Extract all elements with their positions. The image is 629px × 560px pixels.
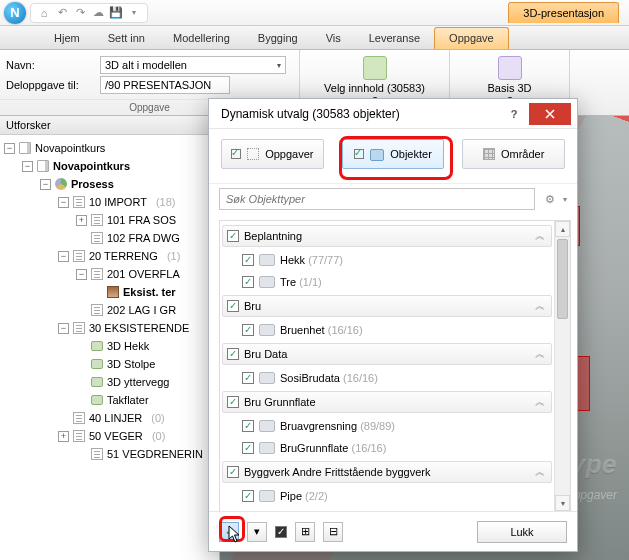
check-icon <box>354 149 364 159</box>
chevron-up-icon[interactable]: ︽ <box>533 465 547 479</box>
item-bruavgrensning[interactable]: ✓ Bruavgrensning (89/89) <box>222 415 552 437</box>
tree-3d-stolpe[interactable]: 3D Stolpe <box>107 355 155 373</box>
chevron-up-icon[interactable]: ︽ <box>533 347 547 361</box>
checkbox[interactable]: ✓ <box>227 348 239 360</box>
mode-omrader-button[interactable]: Områder <box>462 139 565 169</box>
chevron-up-icon[interactable]: ︽ <box>533 395 547 409</box>
item-tre[interactable]: ✓ Tre (1/1) <box>222 271 552 293</box>
tree-prosess[interactable]: Prosess <box>71 175 114 193</box>
tree-201[interactable]: 201 OVERFLA <box>107 265 180 283</box>
checkbox[interactable]: ✓ <box>242 490 254 502</box>
tree-202[interactable]: 202 LAG I GR <box>107 301 176 319</box>
collapse-icon[interactable]: − <box>58 197 69 208</box>
qat-dropdown-icon[interactable]: ▾ <box>127 6 141 20</box>
tree-takflater[interactable]: Takflater <box>107 391 149 409</box>
chevron-up-icon[interactable]: ︽ <box>533 229 547 243</box>
checkbox[interactable]: ✓ <box>242 324 254 336</box>
toggle-unknown-button[interactable]: ▾ <box>247 522 267 542</box>
save-icon[interactable]: 💾 <box>109 6 123 20</box>
tab-oppgave[interactable]: Oppgave <box>434 27 509 49</box>
collapse-icon[interactable]: − <box>58 323 69 334</box>
scrollbar-vertical[interactable]: ▴ ▾ <box>554 221 570 511</box>
collapse-icon[interactable]: − <box>22 161 33 172</box>
scroll-up-button[interactable]: ▴ <box>555 221 570 237</box>
tree-root[interactable]: Novapointkurs <box>35 139 105 157</box>
group-beplantning[interactable]: ✓ Beplantning ︽ <box>222 225 552 247</box>
group-byggverk[interactable]: ✓ Byggverk Andre Frittstående byggverk ︽ <box>222 461 552 483</box>
item-brugrunnflate[interactable]: ✓ BruGrunnflate (16/16) <box>222 437 552 459</box>
collapse-icon[interactable]: − <box>76 269 87 280</box>
scroll-down-button[interactable]: ▾ <box>555 495 570 511</box>
filled-checkbox[interactable]: ✓ <box>275 526 287 538</box>
list-scroll-area[interactable]: ✓ Beplantning ︽ ✓ Hekk (77/77) ✓ Tre (1/… <box>220 221 554 511</box>
name-field[interactable]: 3D alt i modellen ▾ <box>100 56 286 74</box>
close-dialog-button[interactable]: Lukk <box>477 521 567 543</box>
help-button[interactable]: ? <box>503 108 525 120</box>
tree-10-import[interactable]: 10 IMPORT <box>89 193 147 211</box>
tree-30-eksisterende[interactable]: 30 EKSISTERENDE <box>89 319 189 337</box>
group-bru[interactable]: ✓ Bru ︽ <box>222 295 552 317</box>
tab-hjem[interactable]: Hjem <box>40 28 94 49</box>
chevron-down-icon[interactable]: ▾ <box>563 195 567 204</box>
database-icon <box>259 324 275 336</box>
tree-50-veger[interactable]: 50 VEGER <box>89 427 143 445</box>
expand-icon[interactable]: + <box>76 215 87 226</box>
group-brudata[interactable]: ✓ Bru Data ︽ <box>222 343 552 365</box>
collapse-icon[interactable]: − <box>40 179 51 190</box>
chevron-down-icon[interactable]: ▾ <box>277 61 281 70</box>
back-icon[interactable]: ↶ <box>55 6 69 20</box>
chevron-up-icon[interactable]: ︽ <box>533 299 547 313</box>
tree-3d-yttervegg[interactable]: 3D yttervegg <box>107 373 169 391</box>
checkbox[interactable]: ✓ <box>242 372 254 384</box>
tree-102[interactable]: 102 FRA DWG <box>107 229 180 247</box>
collapse-all-button[interactable]: ⊟ <box>323 522 343 542</box>
item-bruenhet[interactable]: ✓ Bruenhet (16/16) <box>222 319 552 341</box>
tab-settinn[interactable]: Sett inn <box>94 28 159 49</box>
tree-51-vegdrenerin[interactable]: 51 VEGDRENERIN <box>107 445 203 463</box>
search-input[interactable] <box>219 188 535 210</box>
home-icon[interactable]: ⌂ <box>37 6 51 20</box>
close-button[interactable] <box>529 103 571 125</box>
gear-icon[interactable]: ⚙ <box>541 190 559 208</box>
grid-icon <box>483 148 495 160</box>
forward-icon[interactable]: ↷ <box>73 6 87 20</box>
item-pipe[interactable]: ✓ Pipe (2/2) <box>222 485 552 507</box>
expand-all-button[interactable]: ⊞ <box>295 522 315 542</box>
tree-3d-hekk[interactable]: 3D Hekk <box>107 337 149 355</box>
tree-40-linjer[interactable]: 40 LINJER <box>89 409 142 427</box>
tab-bygging[interactable]: Bygging <box>244 28 312 49</box>
tree-eksist-ter[interactable]: Eksist. ter <box>123 283 176 301</box>
context-tab-3d[interactable]: 3D-presentasjon <box>508 2 619 23</box>
mode-objekter-button[interactable]: Objekter <box>342 139 445 169</box>
object-type-list: ✓ Beplantning ︽ ✓ Hekk (77/77) ✓ Tre (1/… <box>219 220 571 512</box>
cloud-icon[interactable]: ☁ <box>91 6 105 20</box>
tab-leveranse[interactable]: Leveranse <box>355 28 434 49</box>
checkbox[interactable]: ✓ <box>227 466 239 478</box>
item-count: (89/89) <box>360 420 395 432</box>
item-hekk[interactable]: ✓ Hekk (77/77) <box>222 249 552 271</box>
scroll-thumb[interactable] <box>557 239 568 319</box>
tree-20-terreng[interactable]: 20 TERRENG <box>89 247 158 265</box>
checkbox[interactable]: ✓ <box>227 396 239 408</box>
ribbon-tabs: Hjem Sett inn Modellering Bygging Vis Le… <box>0 26 629 50</box>
mode-oppgaver-button[interactable]: Oppgaver <box>221 139 324 169</box>
tree-root2[interactable]: Novapointkurs <box>53 157 130 175</box>
tree-101[interactable]: 101 FRA SOS <box>107 211 176 229</box>
collapse-icon[interactable]: − <box>58 251 69 262</box>
item-sosibrudata[interactable]: ✓ SosiBrudata (16/16) <box>222 367 552 389</box>
subtask-field[interactable]: /90 PRESENTASJON <box>100 76 230 94</box>
app-icon[interactable]: N <box>4 2 26 24</box>
expand-icon[interactable]: + <box>58 431 69 442</box>
group-brugrunnflate[interactable]: ✓ Bru Grunnflate ︽ <box>222 391 552 413</box>
checkbox[interactable]: ✓ <box>242 254 254 266</box>
checkbox[interactable]: ✓ <box>242 420 254 432</box>
tab-modellering[interactable]: Modellering <box>159 28 244 49</box>
checkbox[interactable]: ✓ <box>227 300 239 312</box>
checkbox[interactable]: ✓ <box>242 442 254 454</box>
database-icon <box>259 254 275 266</box>
checkbox[interactable]: ✓ <box>227 230 239 242</box>
tab-vis[interactable]: Vis <box>312 28 355 49</box>
checkbox[interactable]: ✓ <box>242 276 254 288</box>
collapse-icon[interactable]: − <box>4 143 15 154</box>
dialog-footer: ✓ ▾ ✓ ⊞ ⊟ Lukk <box>209 511 577 551</box>
